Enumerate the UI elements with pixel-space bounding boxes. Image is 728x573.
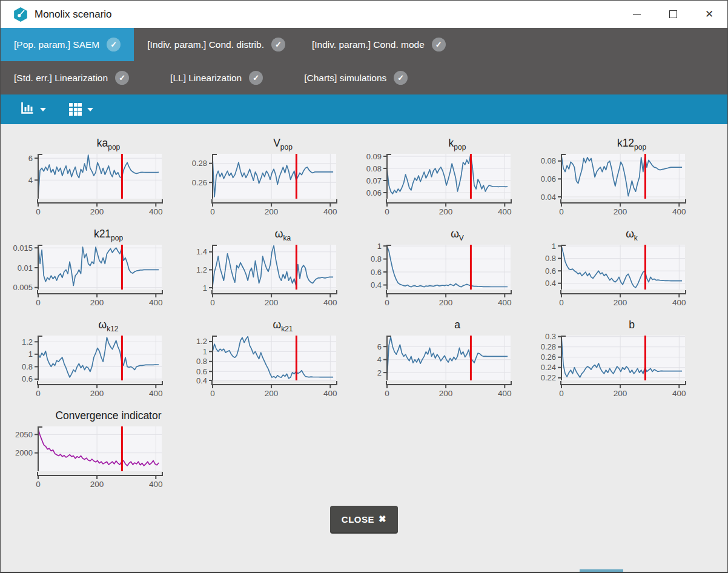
tab-label: [Pop. param.] SAEM	[14, 39, 99, 50]
svg-text:1: 1	[552, 242, 556, 251]
chevron-down-icon	[87, 108, 93, 111]
chart-type-dropdown[interactable]	[20, 101, 46, 118]
tab-label: [Indiv. param.] Cond. mode	[312, 39, 425, 50]
svg-text:0: 0	[36, 298, 41, 307]
check-icon: ✓	[394, 71, 408, 85]
tab-pop-param-saem[interactable]: [Pop. param.] SAEM✓	[1, 28, 134, 61]
tab-row-1: [Pop. param.] SAEM✓[Indiv. param.] Cond.…	[1, 28, 727, 61]
tab-row-2: [Std. err.] Linearization✓[LL] Lineariza…	[1, 61, 727, 94]
svg-text:0.4: 0.4	[196, 376, 207, 385]
svg-text:0.8: 0.8	[545, 254, 556, 263]
svg-text:1.2: 1.2	[196, 337, 207, 346]
svg-text:200: 200	[90, 207, 104, 216]
minimize-button[interactable]	[618, 1, 655, 28]
svg-text:0.4: 0.4	[371, 280, 382, 290]
chart-k_pop: kpop0.060.070.080.090200400	[359, 134, 534, 225]
chart-plot: 0.260.280200400	[185, 151, 349, 217]
svg-text:0: 0	[210, 389, 215, 398]
chart-ka_pop: kapop460200400	[10, 134, 185, 225]
svg-text:400: 400	[498, 298, 512, 307]
svg-text:200: 200	[90, 389, 104, 398]
svg-text:4: 4	[28, 176, 33, 185]
svg-text:0: 0	[36, 480, 41, 489]
svg-text:0.015: 0.015	[13, 243, 33, 253]
maximize-button[interactable]	[655, 1, 691, 28]
svg-text:400: 400	[149, 480, 163, 489]
svg-text:0: 0	[385, 298, 389, 307]
grid-icon	[69, 103, 82, 116]
svg-text:0: 0	[559, 207, 564, 216]
chart-convergence: Convergence indicator200020500200400	[10, 406, 185, 497]
svg-text:400: 400	[149, 389, 163, 398]
svg-text:1: 1	[28, 349, 33, 359]
svg-text:1: 1	[377, 242, 382, 251]
svg-text:200: 200	[439, 207, 453, 216]
chart-title: a	[359, 316, 540, 333]
chart-V_pop: Vpop0.260.280200400	[185, 134, 359, 225]
svg-text:0.6: 0.6	[545, 267, 556, 276]
chart-title: Convergence indicator	[10, 406, 191, 423]
svg-text:400: 400	[323, 298, 337, 307]
chart-title: b	[534, 316, 714, 333]
svg-text:400: 400	[323, 389, 337, 398]
svg-text:4: 4	[377, 355, 382, 364]
chart-title: ωk12	[10, 316, 191, 333]
check-icon: ✓	[432, 38, 446, 51]
chart-plot: 0.040.060.080200400	[534, 151, 698, 217]
check-icon: ✓	[115, 71, 129, 85]
close-button[interactable]: CLOSE ✖	[330, 506, 398, 532]
monolix-window: Monolix scenario ✕ [Pop. param.] SAEM✓[I…	[0, 0, 728, 573]
tab-charts-simulations[interactable]: [Charts] simulations✓	[291, 61, 421, 94]
svg-text:400: 400	[672, 207, 686, 216]
tab-ll-linearization[interactable]: [LL] Linearization✓	[157, 61, 276, 94]
chart-title: ωV	[359, 225, 540, 242]
svg-text:6: 6	[28, 154, 33, 163]
close-button-label: CLOSE	[342, 514, 374, 525]
svg-text:200: 200	[439, 389, 453, 398]
task-tab-bar: [Pop. param.] SAEM✓[Indiv. param.] Cond.…	[1, 28, 727, 94]
chart-omega_k12: ωk120.60.811.20200400	[10, 316, 185, 406]
chart-title: k21pop	[10, 225, 191, 242]
svg-text:0: 0	[210, 298, 215, 307]
tab-indiv-param-cond-distrib[interactable]: [Indiv. param.] Cond. distrib.✓	[134, 28, 299, 61]
bar-chart-icon	[20, 101, 35, 118]
svg-text:0.04: 0.04	[541, 193, 556, 202]
svg-text:0.005: 0.005	[13, 283, 33, 292]
chart-plot: 0.220.240.260.280.30200400	[534, 333, 698, 399]
svg-text:2000: 2000	[15, 448, 33, 457]
monolix-logo-icon	[13, 7, 28, 22]
svg-text:200: 200	[90, 480, 104, 489]
chart-plot: 200020500200400	[10, 423, 175, 490]
close-row: CLOSE ✖	[1, 506, 727, 532]
svg-text:200: 200	[614, 389, 627, 398]
svg-text:0.28: 0.28	[541, 342, 556, 351]
close-window-button[interactable]: ✕	[691, 1, 727, 28]
svg-text:0.26: 0.26	[192, 178, 207, 187]
svg-text:0.6: 0.6	[22, 374, 33, 383]
grid-layout-dropdown[interactable]	[69, 103, 93, 116]
svg-text:0: 0	[210, 207, 215, 216]
close-x-icon: ✖	[379, 514, 386, 525]
chart-b: b0.220.240.260.280.30200400	[534, 316, 708, 406]
chart-a: a2460200400	[359, 316, 534, 406]
svg-text:0: 0	[385, 207, 389, 216]
svg-text:0.8: 0.8	[22, 362, 33, 371]
svg-text:0: 0	[36, 207, 41, 216]
chart-omega_k21: ωk210.40.60.811.20200400	[185, 316, 359, 406]
svg-text:1.4: 1.4	[196, 247, 207, 256]
svg-text:0: 0	[36, 389, 41, 398]
svg-text:0.09: 0.09	[366, 152, 382, 161]
tab-label: [LL] Linearization	[170, 73, 242, 84]
tab-indiv-param-cond-mode[interactable]: [Indiv. param.] Cond. mode✓	[299, 28, 459, 61]
chart-title: ωka	[185, 225, 365, 242]
svg-text:0.6: 0.6	[196, 367, 207, 376]
svg-text:400: 400	[672, 389, 686, 398]
tab-label: [Charts] simulations	[304, 73, 386, 84]
chart-plot: 460200400	[10, 151, 175, 217]
svg-text:0.08: 0.08	[366, 164, 382, 173]
charts-panel: kapop460200400Vpop0.260.280200400kpop0.0…	[1, 124, 727, 572]
svg-text:400: 400	[672, 298, 686, 307]
tab-std-err-linearization[interactable]: [Std. err.] Linearization✓	[1, 61, 142, 94]
svg-text:0.6: 0.6	[371, 268, 382, 277]
chart-title: kpop	[359, 134, 540, 151]
